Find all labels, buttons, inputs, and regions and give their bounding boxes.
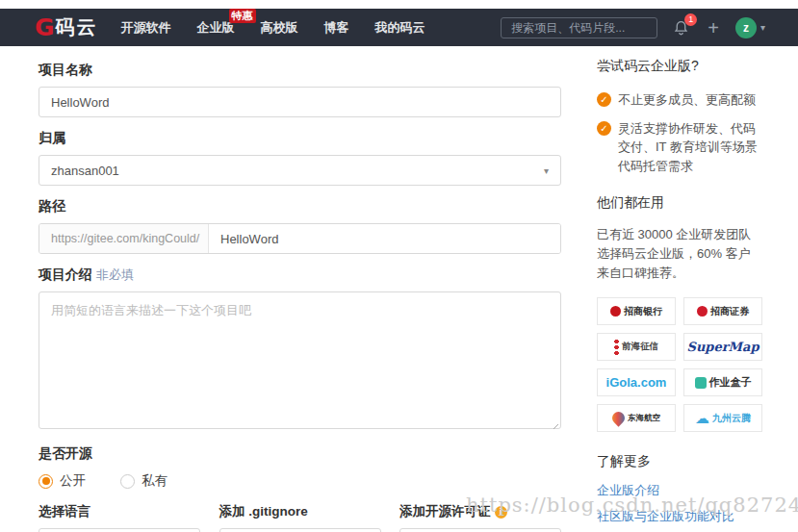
box-logo-icon [695,377,707,389]
notifications-button[interactable]: 1 [673,19,690,37]
navbar-right: 1 + z ▾ [501,17,765,38]
bank-logo-icon [610,306,621,317]
check-icon: ✓ [597,92,611,107]
nav-item-opensource[interactable]: 开源软件 [121,19,171,37]
visibility-label: 是否开源 [39,445,561,463]
benefit-item: ✓ 灵活支撑协作研发、代码交付、IT 教育培训等场景代码托管需求 [597,119,762,176]
customer-logo-supermap: SuperMap [683,333,762,361]
resize-handle-icon[interactable] [550,420,558,429]
enterprise-promo-title: 尝试码云企业版? [597,58,762,75]
enterprise-intro-link[interactable]: 企业版介绍 [597,482,762,499]
cloud-logo-icon: ☁ [695,411,709,425]
chevron-down-icon: ▾ [544,165,549,176]
license-field: 添加开源许可证i GPL v2 ▾ [399,503,561,532]
main-nav: 开源软件 企业版 特惠 高校版 博客 我的码云 [121,19,425,37]
promo-badge: 特惠 [229,9,256,23]
language-field: 选择语言 Java ▾ [39,503,200,532]
dots-logo-icon [614,339,619,355]
nav-item-my-gitee[interactable]: 我的码云 [375,19,425,37]
radio-private[interactable]: 私有 [120,472,167,490]
top-navbar: G 码云 开源软件 企业版 特惠 高校版 博客 我的码云 1 + z ▾ [0,9,798,46]
language-label: 选择语言 [39,503,200,520]
owner-select-value: zhansan001 [51,164,119,178]
radio-unselected-icon [120,474,135,489]
path-input[interactable] [209,224,560,253]
gitignore-field: 添加 .gitignore 请选择 .gitignore 模板 ▾ [219,503,381,532]
enterprise-sidebar: 尝试码云企业版? ✓ 不止更多成员、更高配额 ✓ 灵活支撑协作研发、代码交付、I… [597,58,762,532]
language-select[interactable]: Java ▾ [39,528,200,532]
edition-comparison-link[interactable]: 社区版与企业版功能对比 [597,508,762,525]
customer-logo-grid: 招商银行 招商证券 前海征信 SuperMap iGola.com 作业盒子 东… [597,297,762,432]
gitee-logo-text: 码云 [56,14,98,40]
check-icon: ✓ [597,121,611,136]
owner-field: 归属 zhansan001 ▾ [39,130,561,186]
project-name-field: 项目名称 [39,62,561,117]
customer-logo-jiuzhou: ☁ 九州云腾 [683,404,762,432]
owner-select[interactable]: zhansan001 ▾ [39,155,561,186]
customer-logo-donghai-airlines: 东海航空 [597,404,676,432]
project-name-label: 项目名称 [39,62,561,79]
flame-logo-icon [609,410,627,427]
path-prefix: https://gitee.com/kingCould/ [39,224,209,253]
intro-field: 项目介绍非必填 [39,266,561,433]
intro-label: 项目介绍非必填 [39,266,561,284]
avatar: z [735,17,757,38]
license-label: 添加开源许可证i [399,503,561,520]
gitee-logo-icon: G [35,13,54,41]
create-new-button[interactable]: + [708,18,719,38]
benefit-item: ✓ 不止更多成员、更高配额 [597,90,762,110]
gitignore-select[interactable]: 请选择 .gitignore 模板 ▾ [219,528,381,532]
optional-tag: 非必填 [96,267,134,282]
license-select[interactable]: GPL v2 ▾ [399,528,561,532]
customer-logo-zuoyehezi: 作业盒子 [683,368,762,396]
project-name-input[interactable] [39,87,561,117]
path-field: 路径 https://gitee.com/kingCould/ [39,198,561,254]
bottom-selects-row: 选择语言 Java ▾ 添加 .gitignore 请选择 .gitignore… [39,503,561,532]
nav-item-blog[interactable]: 博客 [324,19,349,37]
customer-logo-qianhai: 前海征信 [597,333,676,361]
customer-logo-cms: 招商证券 [683,297,762,325]
intro-textarea[interactable] [39,291,561,429]
path-row: https://gitee.com/kingCould/ [39,223,561,254]
visibility-field: 是否开源 公开 私有 [39,445,561,490]
customers-title: 他们都在用 [597,194,762,212]
license-info-icon[interactable]: i [495,506,507,519]
customer-logo-cmb: 招商银行 [597,297,676,325]
customer-logo-igola: iGola.com [597,368,676,396]
gitee-logo[interactable]: G 码云 [35,13,98,41]
chevron-down-icon: ▾ [760,22,765,33]
radio-public[interactable]: 公开 [39,472,86,490]
customers-text: 已有近 30000 企业研发团队选择码云企业版，60% 客户来自口碑推荐。 [597,225,762,283]
learn-more-title: 了解更多 [597,453,762,470]
radio-selected-icon [39,474,53,489]
new-project-form: 项目名称 归属 zhansan001 ▾ 路径 https://gitee.co… [39,62,561,532]
notification-count-badge: 1 [684,13,697,26]
path-label: 路径 [39,198,561,215]
securities-logo-icon [697,306,708,317]
nav-item-education[interactable]: 高校版 [261,19,298,37]
owner-label: 归属 [39,130,561,147]
user-menu[interactable]: z ▾ [735,17,765,38]
search-input[interactable] [501,17,657,38]
nav-item-enterprise[interactable]: 企业版 特惠 [197,19,235,37]
gitignore-label: 添加 .gitignore [219,503,381,520]
visibility-radio-group: 公开 私有 [39,472,561,490]
